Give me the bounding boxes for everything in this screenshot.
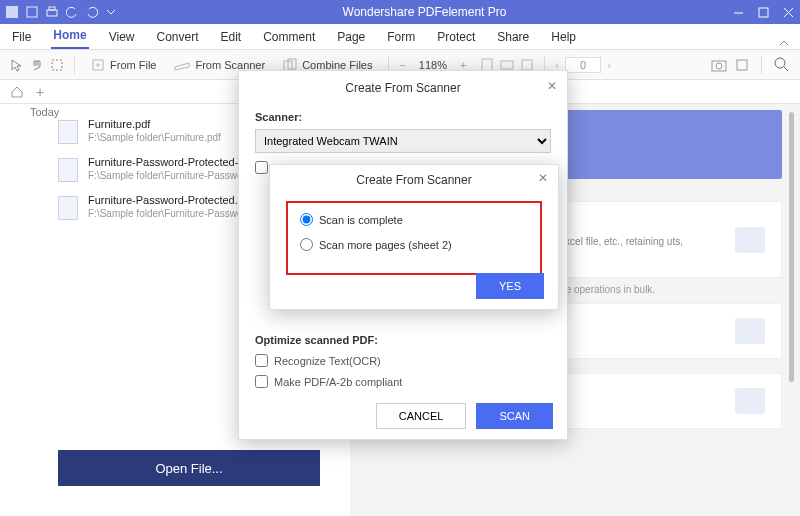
svg-rect-3 <box>49 7 55 10</box>
svg-point-16 <box>775 58 785 68</box>
menu-protect[interactable]: Protect <box>435 26 477 49</box>
recent-today-label: Today <box>30 106 59 118</box>
svg-rect-5 <box>759 8 768 17</box>
svg-rect-12 <box>522 60 532 70</box>
file-name: Furniture.pdf <box>88 118 221 130</box>
save-icon[interactable] <box>26 6 38 18</box>
pdf-file-icon <box>58 120 78 144</box>
app-title: Wondershare PDFelement Pro <box>116 5 733 19</box>
combine-label: Combine Files <box>302 59 372 71</box>
svg-rect-15 <box>737 60 747 70</box>
scan-more-radio[interactable] <box>300 238 313 251</box>
svg-line-17 <box>784 67 788 71</box>
menu-share[interactable]: Share <box>495 26 531 49</box>
redo-icon[interactable] <box>86 6 98 18</box>
svg-rect-10 <box>482 59 492 71</box>
scanner-label: Scanner: <box>255 111 302 123</box>
scrollbar[interactable] <box>789 112 794 382</box>
menu-form[interactable]: Form <box>385 26 417 49</box>
menu-edit[interactable]: Edit <box>219 26 244 49</box>
scan-complete-label: Scan is complete <box>319 214 403 226</box>
zoom-level: 118% <box>416 59 450 71</box>
menu-view[interactable]: View <box>107 26 137 49</box>
ocr-checkbox[interactable] <box>255 354 268 367</box>
file-name: Furniture-Password-Protected.pd <box>88 194 251 206</box>
scan-complete-dialog: Create From Scanner ✕ Scan is complete S… <box>269 164 559 310</box>
select-icon[interactable] <box>50 58 64 72</box>
ocr-label: Recognize Text(OCR) <box>274 355 381 367</box>
optimize-label: Optimize scanned PDF: <box>255 334 551 346</box>
svg-rect-2 <box>47 10 57 16</box>
svg-rect-6 <box>52 60 62 70</box>
scan-complete-radio[interactable] <box>300 213 313 226</box>
menu-comment[interactable]: Comment <box>261 26 317 49</box>
from-file-button[interactable]: From File <box>85 56 162 74</box>
svg-rect-11 <box>501 61 513 69</box>
scan-more-label: Scan more pages (sheet 2) <box>319 239 452 251</box>
page-number[interactable]: 0 <box>565 57 601 73</box>
home-tab-icon[interactable] <box>10 85 24 99</box>
file-path: F:\Sample folder\Furniture-Password <box>88 208 251 219</box>
scan-button[interactable]: SCAN <box>476 403 553 429</box>
app-logo-icon <box>6 6 18 18</box>
open-file-button[interactable]: Open File... <box>58 450 320 486</box>
dialog-title: Create From Scanner <box>345 81 460 95</box>
camera-icon[interactable] <box>711 58 727 72</box>
undo-icon[interactable] <box>66 6 78 18</box>
menu-convert[interactable]: Convert <box>154 26 200 49</box>
svg-rect-1 <box>27 7 37 17</box>
highlighted-options: Scan is complete Scan more pages (sheet … <box>286 201 542 275</box>
dialog-close-button[interactable]: ✕ <box>538 171 548 185</box>
templates-icon <box>735 388 765 414</box>
file-name: Furniture-Password-Protected-Co <box>88 156 252 168</box>
zoom-out-button[interactable]: − <box>399 59 405 71</box>
pdf-file-icon <box>58 196 78 220</box>
new-tab-button[interactable]: + <box>36 84 44 100</box>
menu-page[interactable]: Page <box>335 26 367 49</box>
pdfa-checkbox[interactable] <box>255 375 268 388</box>
open-file-label: Open File... <box>155 461 222 476</box>
search-icon[interactable] <box>774 57 790 73</box>
use-interface-checkbox[interactable] <box>255 161 268 174</box>
menu-help[interactable]: Help <box>549 26 578 49</box>
collapse-ribbon-icon[interactable] <box>778 37 790 49</box>
dropdown-icon[interactable] <box>106 7 116 17</box>
from-file-icon <box>91 58 105 72</box>
dialog-title: Create From Scanner <box>356 173 471 187</box>
combine-card-icon <box>735 318 765 344</box>
prev-page-button[interactable]: ‹ <box>555 59 559 71</box>
titlebar: Wondershare PDFelement Pro <box>0 0 800 24</box>
zoom-in-button[interactable]: + <box>460 59 466 71</box>
scanner-select[interactable]: Integrated Webcam TWAIN <box>255 129 551 153</box>
menubar: File Home View Convert Edit Comment Page… <box>0 24 800 50</box>
file-path: F:\Sample folder\Furniture-Password <box>88 170 252 181</box>
dialog-close-button[interactable]: ✕ <box>547 79 557 93</box>
yes-button[interactable]: YES <box>476 273 544 299</box>
convert-icon <box>735 227 765 253</box>
from-scanner-label: From Scanner <box>195 59 265 71</box>
file-path: F:\Sample folder\Furniture.pdf <box>88 132 221 143</box>
svg-rect-0 <box>6 6 18 18</box>
note-icon[interactable] <box>735 58 749 72</box>
print-icon[interactable] <box>46 6 58 18</box>
hand-icon[interactable] <box>30 58 44 72</box>
pdf-file-icon <box>58 158 78 182</box>
pointer-icon[interactable] <box>10 58 24 72</box>
menu-file[interactable]: File <box>10 26 33 49</box>
from-file-label: From File <box>110 59 156 71</box>
svg-point-14 <box>716 63 722 69</box>
minimize-icon[interactable] <box>733 7 744 18</box>
menu-home[interactable]: Home <box>51 24 88 49</box>
scanner-icon <box>174 59 190 71</box>
next-page-button[interactable]: › <box>607 59 611 71</box>
cancel-button[interactable]: CANCEL <box>376 403 467 429</box>
pdfa-label: Make PDF/A-2b compliant <box>274 376 402 388</box>
maximize-icon[interactable] <box>758 7 769 18</box>
close-icon[interactable] <box>783 7 794 18</box>
